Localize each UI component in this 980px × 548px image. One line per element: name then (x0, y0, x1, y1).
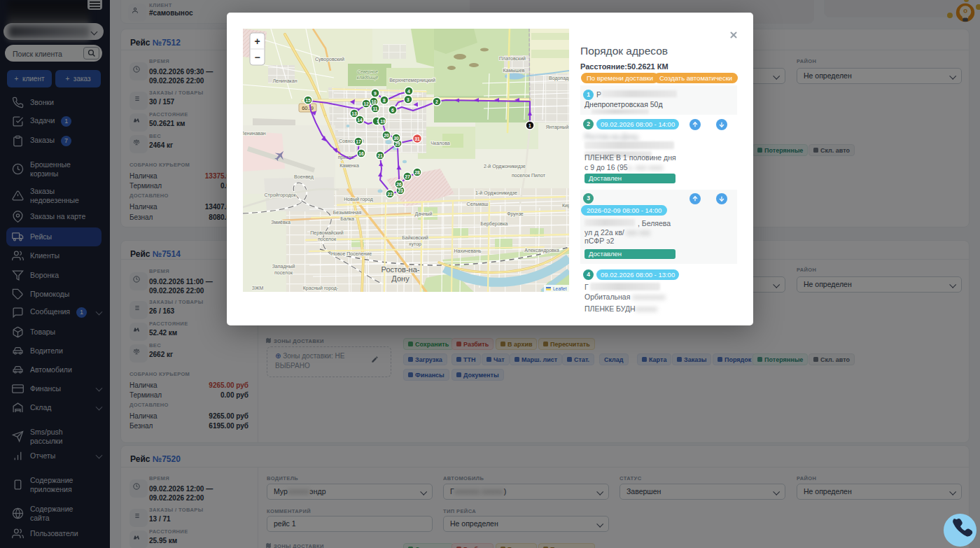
svg-text:Ленинакан: Ленинакан (273, 78, 298, 83)
svg-text:Дачный: Дачный (415, 211, 433, 217)
svg-text:9: 9 (374, 91, 377, 96)
svg-text:4: 4 (407, 89, 410, 94)
svg-text:1-й Орджоникидзе: 1-й Орджоникидзе (475, 190, 517, 196)
svg-text:3: 3 (407, 97, 410, 102)
svg-text:1: 1 (528, 123, 531, 128)
svg-text:27: 27 (405, 174, 410, 179)
svg-text:хутор: хутор (409, 241, 421, 247)
svg-text:Красный город-: Красный город- (303, 286, 339, 291)
svg-text:10: 10 (371, 99, 377, 104)
svg-text:22: 22 (387, 192, 393, 197)
svg-text:Чкалова: Чкалова (430, 141, 449, 146)
svg-text:17: 17 (356, 139, 361, 144)
svg-text:6: 6 (391, 108, 394, 113)
svg-text:19: 19 (380, 119, 386, 124)
svg-text:13: 13 (351, 111, 357, 116)
svg-text:+: + (254, 36, 260, 47)
svg-text:31: 31 (414, 136, 420, 141)
svg-text:Камышев: Камышев (503, 68, 524, 73)
svg-text:23: 23 (398, 188, 403, 193)
svg-text:8: 8 (383, 98, 386, 103)
svg-text:ЗЖМ: ЗЖМ (252, 286, 264, 290)
svg-text:12: 12 (363, 101, 369, 106)
svg-text:Стройгородок: Стройгородок (265, 192, 297, 198)
svg-text:Верхнетемерницкий: Верхнетемерницкий (389, 78, 435, 83)
svg-text:Змиёвка: Змиёвка (271, 220, 290, 225)
svg-text:1: 1 (377, 119, 379, 124)
svg-text:Leaflet: Leaflet (553, 286, 567, 291)
svg-text:28: 28 (414, 170, 420, 175)
svg-text:Байковский: Байковский (402, 235, 428, 240)
svg-text:Северное: Северное (357, 69, 378, 75)
svg-text:Нахичевань: Нахичевань (454, 248, 482, 253)
svg-text:Дону: Дону (391, 274, 410, 283)
svg-text:Водопадн: Водопадн (549, 76, 569, 81)
svg-text:поселок: поселок (274, 270, 293, 275)
svg-text:Александровка: Александровка (524, 248, 559, 253)
svg-text:Безымянная: Безымянная (333, 210, 362, 215)
svg-text:Ленинаван: Ленинаван (243, 131, 266, 136)
svg-text:кладбище: кладбище (357, 75, 379, 80)
svg-text:Платовский: Платовский (499, 56, 526, 61)
svg-text:Новое Поселение: Новое Поселение (331, 251, 372, 256)
svg-text:Военвед: Военвед (294, 174, 314, 180)
svg-text:20: 20 (384, 133, 389, 138)
svg-text:Первомайский: Первомайский (310, 230, 343, 236)
svg-text:15: 15 (305, 98, 311, 103)
svg-text:Кир: Кир (562, 203, 569, 209)
svg-text:60..9: 60..9 (302, 105, 314, 111)
svg-text:21: 21 (377, 153, 383, 158)
svg-text:30: 30 (393, 136, 399, 141)
svg-text:16: 16 (358, 151, 364, 156)
svg-text:14: 14 (357, 118, 363, 122)
svg-text:26: 26 (396, 182, 402, 187)
svg-text:Каменка: Каменка (340, 163, 359, 168)
svg-text:Фрунзе: Фрунзе (507, 211, 524, 217)
svg-text:Сельмаш: Сельмаш (467, 202, 489, 206)
svg-text:11: 11 (372, 106, 377, 111)
svg-text:Берберовка: Берберовка (481, 221, 508, 227)
svg-text:Янтарный: Янтарный (546, 125, 569, 130)
svg-text:−: − (254, 52, 260, 63)
svg-text:поселок Пилот: поселок Пилот (512, 173, 546, 178)
svg-text:Балка: Балка (340, 216, 354, 221)
svg-text:Западный: Западный (272, 264, 295, 269)
svg-text:поселок: поселок (318, 237, 337, 241)
svg-text:2-й Орджоникидзе: 2-й Орджоникидзе (484, 164, 526, 169)
svg-text:Новый город: Новый город (344, 197, 373, 202)
svg-text:Суворовский: Суворовский (315, 57, 344, 62)
svg-text:Ростов-на-: Ростов-на- (382, 265, 420, 274)
svg-text:29: 29 (395, 141, 400, 146)
svg-text:2: 2 (435, 99, 438, 104)
